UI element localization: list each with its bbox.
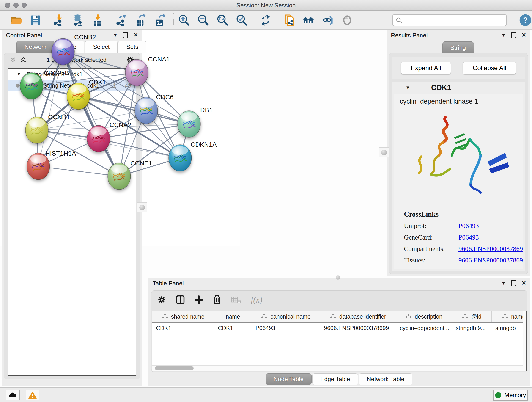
cloud-status-button[interactable]	[6, 390, 20, 400]
shared-column-icon	[405, 313, 412, 320]
network-node-cdc6[interactable]	[135, 97, 158, 124]
network-node-ccne1[interactable]	[108, 163, 131, 190]
apply-preferred-layout-button[interactable]	[259, 13, 272, 27]
crosslink-label: Uniprot:	[404, 222, 458, 230]
network-node-cdc25b[interactable]	[20, 73, 43, 99]
cloud-icon	[8, 392, 17, 398]
column-header-database-identifier[interactable]: database identifier	[320, 311, 396, 322]
shared-column-icon	[462, 313, 468, 320]
crosslink-row: GeneCard:P06493	[404, 234, 523, 241]
table-cell[interactable]: stringdb:9...	[452, 325, 492, 332]
network-node-ccna2[interactable]	[87, 125, 110, 152]
warning-icon	[28, 391, 37, 399]
crosslink-link[interactable]: 9606.ENSP00000378699	[458, 245, 523, 253]
table-cell[interactable]: cyclin–dependent ...	[396, 325, 452, 332]
table-vertical-scrollbar[interactable]	[523, 311, 526, 371]
string-results-panel: Expand All Collapse All ▼ CDK1 cyclin–de…	[389, 53, 528, 274]
network-view-panel[interactable]: CCNB2CCNA1CDC25BCDK1CDC6RB1CCNB1CCNA2CDK…	[0, 0, 240, 246]
column-header-shared-name[interactable]: shared name	[152, 311, 214, 322]
gene-section-header[interactable]: ▼ CDK1	[392, 82, 525, 93]
table-type-tabs: Node TableEdge TableNetwork Table	[148, 373, 530, 385]
table-row[interactable]: CDK1CDK1P064939606.ENSP00000378699cyclin…	[152, 323, 526, 333]
crosslink-link[interactable]: P06493	[458, 222, 479, 230]
table-cell[interactable]: P06493	[252, 325, 320, 332]
crosslink-link[interactable]: P06493	[458, 268, 479, 269]
show-all-button[interactable]	[341, 13, 354, 27]
node-label-ccna1: CCNA1	[148, 56, 170, 63]
help-button[interactable]: ?	[519, 13, 532, 27]
table-cell[interactable]: 9606.ENSP00000378699	[320, 325, 396, 332]
network-node-cdk1[interactable]	[67, 83, 90, 109]
network-node-cdkn1a[interactable]	[169, 145, 191, 171]
table-horizontal-scrollbar[interactable]	[152, 365, 523, 371]
panel-close-icon[interactable]: ✕	[521, 280, 526, 286]
shared-column-icon	[330, 313, 336, 320]
node-label-cdc25b: CDC25B	[44, 70, 69, 77]
crosslink-label: Tissues:	[404, 256, 458, 264]
show-columns-icon[interactable]	[176, 295, 185, 305]
node-label-cdk1: CDK1	[89, 79, 106, 86]
memory-label: Memory	[505, 392, 526, 399]
tab-network-table[interactable]: Network Table	[359, 373, 412, 385]
network-node-hist1h1a[interactable]	[27, 153, 50, 180]
tab-node-table[interactable]: Node Table	[266, 373, 312, 385]
left-splitter-handle[interactable]	[137, 202, 147, 212]
column-header-namespace[interactable]: namespace	[492, 311, 527, 322]
function-builder-icon[interactable]: f(x)	[251, 295, 262, 305]
tab-edge-table[interactable]: Edge Table	[312, 373, 358, 385]
column-header--id[interactable]: @id	[452, 311, 492, 322]
crosslink-link[interactable]: 9606.ENSP00000378699	[458, 256, 523, 264]
network-canvas[interactable]: CCNB2CCNA1CDC25BCDK1CDC6RB1CCNB1CCNA2CDK…	[0, 0, 240, 234]
network-node-ccnb2[interactable]	[51, 38, 75, 65]
network-edge[interactable]	[38, 166, 119, 176]
tab-string[interactable]: String	[443, 41, 474, 54]
new-network-from-selection-button[interactable]	[283, 13, 296, 27]
column-label: @id	[471, 313, 481, 320]
hide-selected-button[interactable]	[321, 13, 335, 27]
scrollbar-thumb[interactable]	[155, 366, 194, 370]
search-input[interactable]	[404, 17, 504, 24]
network-edge[interactable]	[99, 139, 180, 158]
network-node-rb1[interactable]	[177, 111, 201, 137]
table-cell[interactable]: stringdb	[492, 325, 527, 332]
panel-menu-icon[interactable]: ▼	[501, 32, 506, 38]
crosslinks-section: CrossLinks Uniprot:P06493GeneCard:P06493…	[404, 210, 523, 269]
bottom-splitter-handle[interactable]	[336, 275, 340, 280]
right-splitter-handle[interactable]	[379, 147, 389, 157]
table-cell[interactable]: CDK1	[214, 325, 252, 332]
table-panel: Table Panel ▼ ✕ f(x) shared namenamecano…	[148, 278, 530, 386]
crosslink-row: Compartments:9606.ENSP00000378699	[404, 245, 523, 253]
gene-description: cyclin–dependent kinase 1	[394, 94, 523, 105]
expand-all-button[interactable]: Expand All	[401, 62, 451, 75]
panel-float-icon[interactable]	[511, 280, 516, 286]
panel-close-icon[interactable]: ✕	[521, 32, 526, 38]
warning-status-button[interactable]	[26, 390, 39, 400]
table-settings-gear-icon[interactable]	[157, 295, 166, 304]
node-label-rb1: RB1	[200, 107, 213, 114]
first-neighbors-button[interactable]	[302, 13, 315, 27]
network-edge[interactable]	[63, 51, 119, 176]
delete-column-trash-icon[interactable]	[213, 295, 222, 305]
memory-status-button[interactable]: Memory	[493, 390, 528, 401]
table-cell[interactable]: CDK1	[152, 325, 214, 332]
network-node-ccna1[interactable]	[125, 59, 148, 86]
gene-expand-icon[interactable]: ▼	[405, 85, 410, 90]
panel-float-icon[interactable]	[511, 32, 516, 38]
collapse-all-button[interactable]: Collapse All	[463, 62, 516, 75]
column-header-description[interactable]: description	[396, 311, 452, 322]
crosslink-label: Compartments:	[404, 245, 458, 253]
network-edge[interactable]	[38, 51, 63, 166]
network-node-ccnb1[interactable]	[25, 117, 48, 143]
gene-section: ▼ CDK1 cyclin–dependent kinase 1	[392, 82, 525, 271]
column-label: shared name	[171, 313, 205, 320]
gene-name: CDK1	[431, 83, 451, 92]
node-label-cdkn1a: CDKN1A	[191, 141, 217, 148]
column-header-name[interactable]: name	[214, 311, 252, 322]
panel-menu-icon[interactable]: ▼	[501, 280, 506, 286]
crosslink-link[interactable]: P06493	[458, 234, 479, 241]
delete-table-icon[interactable]	[231, 296, 241, 304]
column-header-canonical-name[interactable]: canonical name	[252, 311, 320, 322]
add-column-icon[interactable]	[195, 295, 203, 304]
crosslink-row: Pharos:P06493	[404, 268, 523, 269]
protein-structure-image	[405, 111, 512, 202]
